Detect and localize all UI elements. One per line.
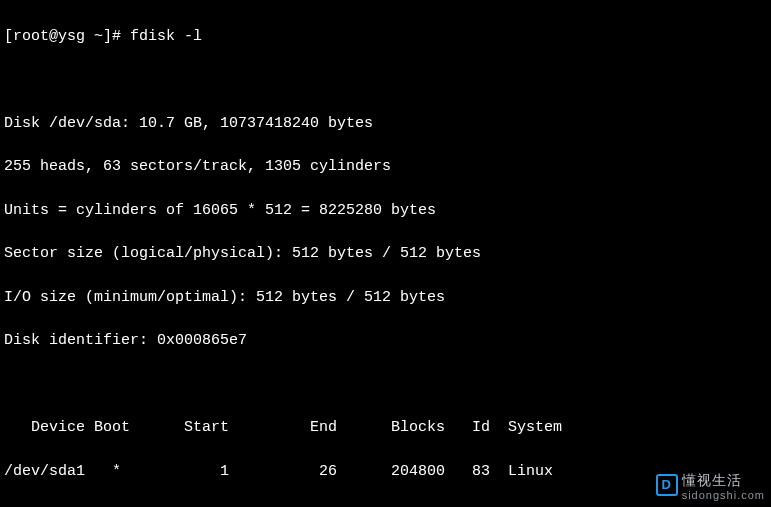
disk-sda-identifier: Disk identifier: 0x000865e7 (4, 330, 767, 352)
prompt-user: [root@ysg ~] (4, 28, 112, 45)
blank-line (4, 374, 767, 396)
watermark: D 懂视生活 sidongshi.com (656, 470, 765, 501)
watermark-domain: sidongshi.com (682, 490, 765, 501)
partition-table-header: Device Boot Start End Blocks Id System (4, 417, 767, 439)
disk-sda-io-size: I/O size (minimum/optimal): 512 bytes / … (4, 287, 767, 309)
disk-sda-units: Units = cylinders of 16065 * 512 = 82252… (4, 200, 767, 222)
prompt-sep: # (112, 28, 130, 45)
entered-command: fdisk -l (130, 28, 202, 45)
disk-sda-sector-size: Sector size (logical/physical): 512 byte… (4, 243, 767, 265)
watermark-logo-icon: D (656, 474, 678, 496)
watermark-text: 懂视生活 (682, 472, 742, 488)
disk-sda-geometry: 255 heads, 63 sectors/track, 1305 cylind… (4, 156, 767, 178)
disk-sda-size: Disk /dev/sda: 10.7 GB, 10737418240 byte… (4, 113, 767, 135)
terminal-output[interactable]: [root@ysg ~]# fdisk -l Disk /dev/sda: 10… (0, 0, 771, 507)
prompt-line[interactable]: [root@ysg ~]# fdisk -l (4, 26, 767, 48)
partition-row-sda1: /dev/sda1 * 1 26 204800 83 Linux (4, 461, 767, 483)
blank-line (4, 69, 767, 91)
